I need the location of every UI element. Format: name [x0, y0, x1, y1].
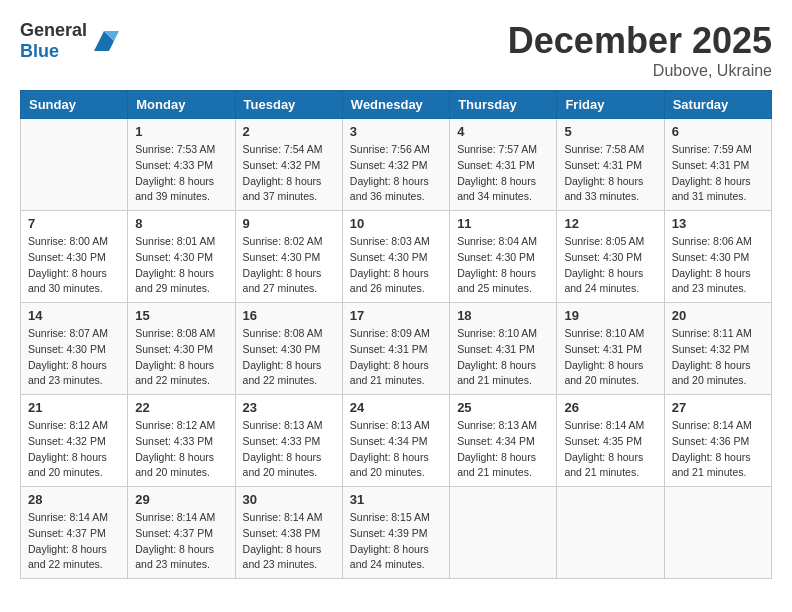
- day-number: 4: [457, 124, 549, 139]
- logo-icon: [89, 26, 119, 56]
- calendar-cell: 1Sunrise: 7:53 AMSunset: 4:33 PMDaylight…: [128, 119, 235, 211]
- day-number: 18: [457, 308, 549, 323]
- day-info: Sunrise: 8:09 AMSunset: 4:31 PMDaylight:…: [350, 326, 442, 389]
- day-number: 13: [672, 216, 764, 231]
- calendar-cell: 3Sunrise: 7:56 AMSunset: 4:32 PMDaylight…: [342, 119, 449, 211]
- calendar-cell: 25Sunrise: 8:13 AMSunset: 4:34 PMDayligh…: [450, 395, 557, 487]
- day-info: Sunrise: 8:01 AMSunset: 4:30 PMDaylight:…: [135, 234, 227, 297]
- calendar-cell: 19Sunrise: 8:10 AMSunset: 4:31 PMDayligh…: [557, 303, 664, 395]
- calendar-cell: 16Sunrise: 8:08 AMSunset: 4:30 PMDayligh…: [235, 303, 342, 395]
- day-number: 1: [135, 124, 227, 139]
- day-number: 29: [135, 492, 227, 507]
- day-number: 27: [672, 400, 764, 415]
- day-info: Sunrise: 8:15 AMSunset: 4:39 PMDaylight:…: [350, 510, 442, 573]
- weekday-header-thursday: Thursday: [450, 91, 557, 119]
- day-number: 20: [672, 308, 764, 323]
- calendar-cell: 8Sunrise: 8:01 AMSunset: 4:30 PMDaylight…: [128, 211, 235, 303]
- page-header: General Blue December 2025 Dubove, Ukrai…: [20, 20, 772, 80]
- weekday-header-row: SundayMondayTuesdayWednesdayThursdayFrid…: [21, 91, 772, 119]
- day-number: 25: [457, 400, 549, 415]
- day-info: Sunrise: 8:14 AMSunset: 4:35 PMDaylight:…: [564, 418, 656, 481]
- day-number: 3: [350, 124, 442, 139]
- weekday-header-tuesday: Tuesday: [235, 91, 342, 119]
- calendar-cell: 11Sunrise: 8:04 AMSunset: 4:30 PMDayligh…: [450, 211, 557, 303]
- day-info: Sunrise: 7:56 AMSunset: 4:32 PMDaylight:…: [350, 142, 442, 205]
- day-info: Sunrise: 8:12 AMSunset: 4:32 PMDaylight:…: [28, 418, 120, 481]
- day-number: 12: [564, 216, 656, 231]
- day-info: Sunrise: 7:58 AMSunset: 4:31 PMDaylight:…: [564, 142, 656, 205]
- calendar-cell: 23Sunrise: 8:13 AMSunset: 4:33 PMDayligh…: [235, 395, 342, 487]
- day-info: Sunrise: 8:00 AMSunset: 4:30 PMDaylight:…: [28, 234, 120, 297]
- day-number: 9: [243, 216, 335, 231]
- day-number: 5: [564, 124, 656, 139]
- day-info: Sunrise: 8:14 AMSunset: 4:38 PMDaylight:…: [243, 510, 335, 573]
- day-number: 26: [564, 400, 656, 415]
- location-title: Dubove, Ukraine: [508, 62, 772, 80]
- calendar-cell: 6Sunrise: 7:59 AMSunset: 4:31 PMDaylight…: [664, 119, 771, 211]
- logo: General Blue: [20, 20, 119, 62]
- calendar-cell: 15Sunrise: 8:08 AMSunset: 4:30 PMDayligh…: [128, 303, 235, 395]
- calendar-cell: 9Sunrise: 8:02 AMSunset: 4:30 PMDaylight…: [235, 211, 342, 303]
- day-number: 15: [135, 308, 227, 323]
- day-info: Sunrise: 8:04 AMSunset: 4:30 PMDaylight:…: [457, 234, 549, 297]
- day-info: Sunrise: 8:13 AMSunset: 4:33 PMDaylight:…: [243, 418, 335, 481]
- weekday-header-monday: Monday: [128, 91, 235, 119]
- logo-blue: Blue: [20, 41, 59, 61]
- calendar-cell: 24Sunrise: 8:13 AMSunset: 4:34 PMDayligh…: [342, 395, 449, 487]
- calendar-cell: 31Sunrise: 8:15 AMSunset: 4:39 PMDayligh…: [342, 487, 449, 579]
- day-number: 31: [350, 492, 442, 507]
- calendar-cell: 13Sunrise: 8:06 AMSunset: 4:30 PMDayligh…: [664, 211, 771, 303]
- calendar-cell: 10Sunrise: 8:03 AMSunset: 4:30 PMDayligh…: [342, 211, 449, 303]
- day-number: 21: [28, 400, 120, 415]
- calendar-cell: 7Sunrise: 8:00 AMSunset: 4:30 PMDaylight…: [21, 211, 128, 303]
- week-row-5: 28Sunrise: 8:14 AMSunset: 4:37 PMDayligh…: [21, 487, 772, 579]
- calendar-cell: 28Sunrise: 8:14 AMSunset: 4:37 PMDayligh…: [21, 487, 128, 579]
- day-number: 23: [243, 400, 335, 415]
- weekday-header-friday: Friday: [557, 91, 664, 119]
- calendar-table: SundayMondayTuesdayWednesdayThursdayFrid…: [20, 90, 772, 579]
- month-title: December 2025: [508, 20, 772, 62]
- weekday-header-sunday: Sunday: [21, 91, 128, 119]
- day-info: Sunrise: 8:02 AMSunset: 4:30 PMDaylight:…: [243, 234, 335, 297]
- calendar-cell: 20Sunrise: 8:11 AMSunset: 4:32 PMDayligh…: [664, 303, 771, 395]
- day-info: Sunrise: 8:08 AMSunset: 4:30 PMDaylight:…: [243, 326, 335, 389]
- day-info: Sunrise: 7:54 AMSunset: 4:32 PMDaylight:…: [243, 142, 335, 205]
- weekday-header-wednesday: Wednesday: [342, 91, 449, 119]
- weekday-header-saturday: Saturday: [664, 91, 771, 119]
- day-info: Sunrise: 8:07 AMSunset: 4:30 PMDaylight:…: [28, 326, 120, 389]
- calendar-cell: 5Sunrise: 7:58 AMSunset: 4:31 PMDaylight…: [557, 119, 664, 211]
- day-number: 6: [672, 124, 764, 139]
- day-number: 30: [243, 492, 335, 507]
- day-number: 11: [457, 216, 549, 231]
- calendar-cell: [664, 487, 771, 579]
- day-info: Sunrise: 8:13 AMSunset: 4:34 PMDaylight:…: [457, 418, 549, 481]
- day-number: 28: [28, 492, 120, 507]
- calendar-cell: 26Sunrise: 8:14 AMSunset: 4:35 PMDayligh…: [557, 395, 664, 487]
- day-info: Sunrise: 7:53 AMSunset: 4:33 PMDaylight:…: [135, 142, 227, 205]
- calendar-cell: 4Sunrise: 7:57 AMSunset: 4:31 PMDaylight…: [450, 119, 557, 211]
- day-info: Sunrise: 8:03 AMSunset: 4:30 PMDaylight:…: [350, 234, 442, 297]
- day-info: Sunrise: 7:59 AMSunset: 4:31 PMDaylight:…: [672, 142, 764, 205]
- day-number: 22: [135, 400, 227, 415]
- day-info: Sunrise: 8:10 AMSunset: 4:31 PMDaylight:…: [457, 326, 549, 389]
- logo-general: General: [20, 20, 87, 40]
- calendar-cell: [557, 487, 664, 579]
- title-block: December 2025 Dubove, Ukraine: [508, 20, 772, 80]
- day-number: 19: [564, 308, 656, 323]
- calendar-cell: 12Sunrise: 8:05 AMSunset: 4:30 PMDayligh…: [557, 211, 664, 303]
- calendar-cell: 30Sunrise: 8:14 AMSunset: 4:38 PMDayligh…: [235, 487, 342, 579]
- calendar-cell: 27Sunrise: 8:14 AMSunset: 4:36 PMDayligh…: [664, 395, 771, 487]
- day-info: Sunrise: 7:57 AMSunset: 4:31 PMDaylight:…: [457, 142, 549, 205]
- day-info: Sunrise: 8:14 AMSunset: 4:37 PMDaylight:…: [135, 510, 227, 573]
- day-info: Sunrise: 8:11 AMSunset: 4:32 PMDaylight:…: [672, 326, 764, 389]
- calendar-cell: 17Sunrise: 8:09 AMSunset: 4:31 PMDayligh…: [342, 303, 449, 395]
- day-number: 14: [28, 308, 120, 323]
- day-number: 17: [350, 308, 442, 323]
- week-row-4: 21Sunrise: 8:12 AMSunset: 4:32 PMDayligh…: [21, 395, 772, 487]
- calendar-cell: 21Sunrise: 8:12 AMSunset: 4:32 PMDayligh…: [21, 395, 128, 487]
- calendar-cell: 29Sunrise: 8:14 AMSunset: 4:37 PMDayligh…: [128, 487, 235, 579]
- day-info: Sunrise: 8:06 AMSunset: 4:30 PMDaylight:…: [672, 234, 764, 297]
- week-row-3: 14Sunrise: 8:07 AMSunset: 4:30 PMDayligh…: [21, 303, 772, 395]
- logo-text: General Blue: [20, 20, 87, 62]
- calendar-cell: 22Sunrise: 8:12 AMSunset: 4:33 PMDayligh…: [128, 395, 235, 487]
